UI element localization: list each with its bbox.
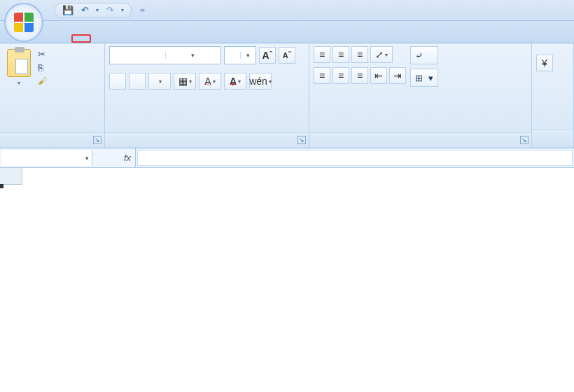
merge-icon: ⊞ [415, 73, 423, 83]
brush-icon: 🖌 [38, 76, 47, 86]
align-right-button[interactable]: ≡ [351, 67, 368, 84]
align-right-icon: ≡ [357, 70, 363, 81]
redo-icon[interactable]: ↷ [104, 5, 115, 16]
group-label-number [532, 130, 573, 145]
office-button[interactable] [4, 3, 43, 42]
align-center-button[interactable]: ≡ [332, 67, 349, 84]
quick-access-toolbar: 💾 ↶▾ ↷▾ [55, 3, 132, 18]
tab-view[interactable] [181, 33, 203, 43]
tab-formulas[interactable] [113, 33, 136, 43]
formula-bar: ▾ fx [0, 148, 574, 168]
ribbon-tabs [0, 21, 574, 43]
fill-color-icon: A [204, 76, 211, 87]
decrease-font-button[interactable]: Aˇ [279, 47, 295, 64]
font-name-combo[interactable]: ▾ [109, 46, 221, 64]
increase-font-icon: A [262, 50, 270, 61]
paste-button[interactable]: ▾ [4, 46, 34, 89]
chevron-down-icon[interactable]: ▾ [428, 73, 433, 83]
increase-indent-icon: ⇥ [393, 70, 402, 81]
align-middle-icon: ≡ [338, 49, 344, 60]
align-bottom-icon: ≡ [357, 49, 363, 60]
fx-icon[interactable]: fx [124, 153, 131, 163]
group-label-clipboard: ↘ [0, 132, 104, 148]
increase-font-button[interactable]: Aˆ [259, 47, 276, 64]
tab-foxit[interactable] [225, 33, 248, 43]
group-label-font: ↘ [105, 132, 309, 148]
increase-indent-button[interactable]: ⇥ [389, 67, 406, 84]
select-all-corner[interactable] [0, 168, 22, 185]
currency-button[interactable]: ¥ [536, 55, 553, 71]
clipboard-dialog-launcher[interactable]: ↘ [93, 136, 102, 144]
italic-button[interactable] [129, 73, 146, 90]
save-icon[interactable]: 💾 [62, 5, 74, 16]
underline-button[interactable]: ▾ [148, 73, 171, 90]
currency-icon: ¥ [542, 57, 547, 69]
border-button[interactable]: ▦▾ [174, 73, 196, 90]
align-left-icon: ≡ [319, 70, 325, 81]
orientation-icon: ⤢ [375, 49, 384, 60]
font-color-icon: A [230, 76, 237, 87]
fill-color-button[interactable]: A▾ [199, 73, 221, 90]
scissors-icon: ✂ [38, 49, 46, 59]
undo-icon[interactable]: ↶ [79, 5, 90, 16]
decrease-indent-icon: ⇤ [374, 70, 383, 81]
align-left-button[interactable]: ≡ [314, 67, 330, 84]
spreadsheet-grid[interactable] [0, 168, 574, 185]
chevron-down-icon: ▾ [165, 52, 221, 59]
align-top-icon: ≡ [319, 49, 325, 60]
copy-icon: ⎘ [38, 62, 43, 73]
orientation-button[interactable]: ⤢▾ [370, 46, 393, 63]
font-dialog-launcher[interactable]: ↘ [298, 136, 306, 144]
wrap-text-icon: ⤶ [415, 50, 423, 61]
tab-developer[interactable] [203, 33, 225, 43]
tab-insert[interactable] [71, 34, 91, 43]
tab-page-layout[interactable] [91, 33, 113, 43]
align-top-button[interactable]: ≡ [314, 46, 330, 63]
redo-dropdown[interactable]: ▾ [121, 7, 124, 13]
tab-data[interactable] [136, 33, 158, 43]
copy-button[interactable]: ⎘ [38, 62, 50, 73]
border-icon: ▦ [178, 76, 188, 87]
ribbon: ▾ ✂ ⎘ 🖌 ↘ ▾ ▾ Aˆ Aˇ ▾ ▦▾ A▾ [0, 43, 574, 148]
font-color-button[interactable]: A▾ [224, 73, 246, 90]
font-size-combo[interactable]: ▾ [224, 46, 256, 64]
merge-center-button[interactable]: ⊞▾ [410, 69, 438, 87]
undo-dropdown[interactable]: ▾ [96, 7, 99, 13]
align-middle-button[interactable]: ≡ [332, 46, 349, 63]
name-box[interactable]: ▾ [1, 150, 92, 166]
group-label-alignment: ↘ [309, 132, 531, 148]
phonetic-button[interactable]: wén▾ [249, 73, 272, 90]
paste-dropdown[interactable]: ▾ [18, 80, 20, 86]
align-bottom-button[interactable]: ≡ [351, 46, 368, 63]
tab-home[interactable] [49, 33, 71, 43]
bold-button[interactable] [109, 73, 126, 90]
alignment-dialog-launcher[interactable]: ↘ [520, 136, 528, 144]
wrap-text-button[interactable]: ⤶ [410, 46, 438, 64]
format-painter-button[interactable]: 🖌 [38, 76, 50, 86]
paste-icon [7, 49, 31, 77]
tab-review[interactable] [158, 33, 181, 43]
decrease-font-icon: A [283, 51, 288, 59]
decrease-indent-button[interactable]: ⇤ [370, 67, 387, 84]
chevron-down-icon: ▾ [240, 52, 256, 59]
chevron-down-icon: ▾ [85, 155, 92, 162]
align-center-icon: ≡ [338, 70, 344, 81]
formula-input[interactable] [137, 150, 573, 166]
qat-customize-icon[interactable]: ＝ [139, 5, 146, 15]
office-logo-icon [14, 13, 34, 32]
cut-button[interactable]: ✂ [38, 49, 50, 59]
phonetic-icon: wén [249, 76, 267, 87]
